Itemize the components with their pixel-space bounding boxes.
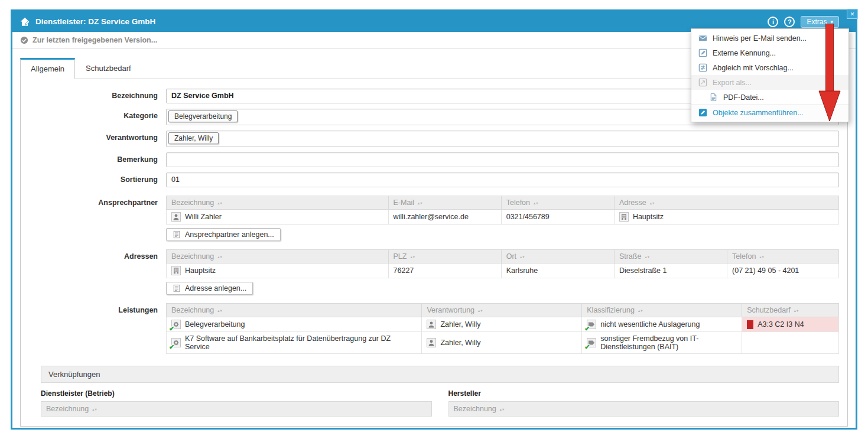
- column-telefon[interactable]: Telefon▴▾: [501, 196, 614, 210]
- leistungen-label: Leistungen: [29, 303, 166, 354]
- titlebar-actions: i ? Extras ▾: [768, 16, 849, 28]
- tab-allgemein[interactable]: Allgemein: [20, 58, 75, 79]
- person-icon: [427, 320, 436, 329]
- sort-icon: ▴▾: [217, 201, 223, 205]
- cell-text: (07 21) 49 05 - 4201: [727, 264, 839, 278]
- column-bezeichnung[interactable]: Bezeichnung▴▾: [167, 196, 389, 210]
- document-icon: [173, 230, 181, 239]
- column-klassifizierung[interactable]: Klassifizierung▴▾: [582, 304, 742, 317]
- cell-text: 0321/456789: [501, 210, 614, 225]
- extras-menu: Hinweis per E-Mail senden... Externe Ken…: [691, 28, 849, 122]
- column-ort[interactable]: Ort▴▾: [501, 250, 614, 264]
- section-verknuepfungen: Verknüpfungen Dienstleister (Betrieb) Be…: [41, 366, 839, 417]
- extras-button[interactable]: Extras ▾: [801, 16, 839, 28]
- table-row[interactable]: ✔ K7 Software auf Bankarbeitsplatz für D…: [167, 332, 839, 354]
- check-icon: ✔: [584, 325, 590, 333]
- column-verantwortung[interactable]: Verantwortung▴▾: [422, 304, 582, 317]
- adressen-table: Bezeichnung▴▾ PLZ▴▾ Ort▴▾ Straße▴▾ Telef…: [166, 249, 839, 278]
- column-telefon[interactable]: Telefon▴▾: [727, 250, 839, 264]
- column-schutzbedarf[interactable]: Schutzbedarf▴▾: [742, 304, 839, 317]
- sort-icon: ▴▾: [410, 255, 415, 259]
- hersteller-panel: Hersteller Bezeichnung▴▾: [448, 388, 840, 417]
- section-leistungen: Leistungen Bezeichnung▴▾ Verantwortung▴▾…: [29, 303, 839, 354]
- table-header-row: Bezeichnung▴▾ E-Mail▴▾ Telefon▴▾ Adresse…: [167, 196, 839, 210]
- check-circle-icon: [20, 36, 28, 44]
- cell-text: [742, 332, 839, 354]
- column-bezeichnung[interactable]: Bezeichnung▴▾: [167, 304, 422, 317]
- menu-item-hinweis-email[interactable]: Hinweis per E-Mail senden...: [691, 31, 849, 45]
- info-icon[interactable]: i: [768, 17, 778, 27]
- column-adresse[interactable]: Adresse▴▾: [614, 196, 838, 210]
- table-header-row: Bezeichnung▴▾ PLZ▴▾ Ort▴▾ Straße▴▾ Telef…: [167, 250, 839, 264]
- column-bezeichnung[interactable]: Bezeichnung▴▾: [448, 401, 840, 417]
- close-button[interactable]: ✕: [847, 9, 858, 19]
- sort-icon: ▴▾: [418, 201, 423, 205]
- service-gear-icon: ✔: [171, 320, 181, 329]
- cell-text: Dieselstraße 1: [614, 264, 727, 278]
- risk-indicator: [747, 320, 753, 329]
- person-icon: [427, 338, 436, 347]
- column-email[interactable]: E-Mail▴▾: [388, 196, 501, 210]
- cell-text: Hauptsitz: [633, 213, 664, 221]
- ansprechpartner-label: Ansprechpartner: [29, 196, 166, 241]
- version-link-label: Zur letzten freigegebenen Version...: [32, 36, 157, 44]
- sort-icon: ▴▾: [217, 308, 223, 313]
- pdf-file-icon: [709, 93, 718, 102]
- bemerkung-label: Bemerkung: [29, 152, 166, 167]
- ansprechpartner-anlegen-button[interactable]: Ansprechpartner anlegen...: [166, 228, 281, 241]
- tab-panel-allgemein: Bezeichnung DZ Service GmbH Kategorie Be…: [20, 79, 848, 427]
- column-bezeichnung[interactable]: Bezeichnung▴▾: [41, 401, 432, 417]
- building-icon: [171, 266, 181, 275]
- form-row-sortierung: Sortierung 01: [29, 173, 839, 187]
- table-row[interactable]: Hauptsitz 76227 Karlsruhe Dieselstraße 1…: [167, 264, 839, 278]
- sortierung-input[interactable]: 01: [166, 173, 839, 187]
- classification-icon: ✔: [587, 320, 596, 329]
- edit-square-icon: [698, 48, 707, 57]
- sortierung-label: Sortierung: [29, 173, 166, 187]
- column-strasse[interactable]: Straße▴▾: [614, 250, 727, 264]
- cell-text: 76227: [388, 264, 501, 278]
- kategorie-chip[interactable]: Belegverarbeitung: [168, 110, 238, 122]
- classification-icon: ✔: [587, 338, 596, 347]
- menu-item-export-als[interactable]: Export als...: [691, 75, 849, 90]
- mail-icon: [698, 34, 707, 43]
- bemerkung-input[interactable]: [166, 152, 839, 167]
- building-icon: [619, 212, 629, 222]
- menu-item-abgleich-vorschlag[interactable]: Abgleich mit Vorschlag...: [691, 60, 849, 75]
- document-icon: [173, 284, 181, 292]
- verantwortung-chip[interactable]: Zahler, Willy: [168, 132, 219, 144]
- sort-icon: ▴▾: [500, 407, 505, 411]
- table-row[interactable]: ✔ Belegverarbeitung Zahler, Willy ✔ nich…: [167, 317, 839, 332]
- leistungen-table: Bezeichnung▴▾ Verantwortung▴▾ Klassifizi…: [166, 303, 839, 354]
- cell-text: Belegverarbeitung: [185, 320, 245, 329]
- adresse-anlegen-button[interactable]: Adresse anlegen...: [166, 282, 253, 295]
- menu-item-pdf-datei[interactable]: PDF-Datei...: [691, 90, 849, 105]
- dienstleister-betrieb-title: Dienstleister (Betrieb): [41, 389, 432, 398]
- verantwortung-field[interactable]: Zahler, Willy: [166, 131, 839, 147]
- check-icon: ✔: [584, 343, 590, 351]
- sort-icon: ▴▾: [794, 308, 799, 313]
- close-icon: ✕: [850, 11, 855, 17]
- service-gear-icon: ✔: [171, 338, 181, 347]
- form-row-verantwortung: Verantwortung Zahler, Willy: [29, 131, 839, 147]
- cell-text: Zahler, Willy: [440, 320, 480, 329]
- merge-objects-icon: [698, 108, 707, 117]
- form-row-bemerkung: Bemerkung: [29, 152, 839, 167]
- verknuepfungen-header: Verknüpfungen: [41, 366, 839, 383]
- sort-icon: ▴▾: [478, 308, 483, 313]
- sort-icon: ▴▾: [759, 255, 765, 259]
- check-icon: ✔: [169, 325, 174, 333]
- cell-text: willi.zahler@service.de: [388, 210, 501, 225]
- verantwortung-label: Verantwortung: [29, 131, 166, 147]
- tab-schutzbedarf[interactable]: Schutzbedarf: [75, 57, 142, 79]
- column-plz[interactable]: PLZ▴▾: [388, 250, 501, 264]
- menu-item-externe-kennung[interactable]: Externe Kennung...: [691, 45, 849, 60]
- table-row[interactable]: Willi Zahler willi.zahler@service.de 032…: [167, 210, 839, 225]
- section-adressen: Adressen Bezeichnung▴▾ PLZ▴▾ Ort▴▾ Straß…: [29, 249, 839, 295]
- ansprechpartner-table: Bezeichnung▴▾ E-Mail▴▾ Telefon▴▾ Adresse…: [166, 196, 839, 225]
- cell-text: Karlsruhe: [501, 264, 614, 278]
- menu-item-objekte-zusammenfuehren[interactable]: Objekte zusammenführen...: [691, 105, 849, 120]
- help-icon[interactable]: ?: [784, 17, 795, 27]
- column-bezeichnung[interactable]: Bezeichnung▴▾: [167, 250, 389, 264]
- cell-text: Zahler, Willy: [440, 339, 480, 347]
